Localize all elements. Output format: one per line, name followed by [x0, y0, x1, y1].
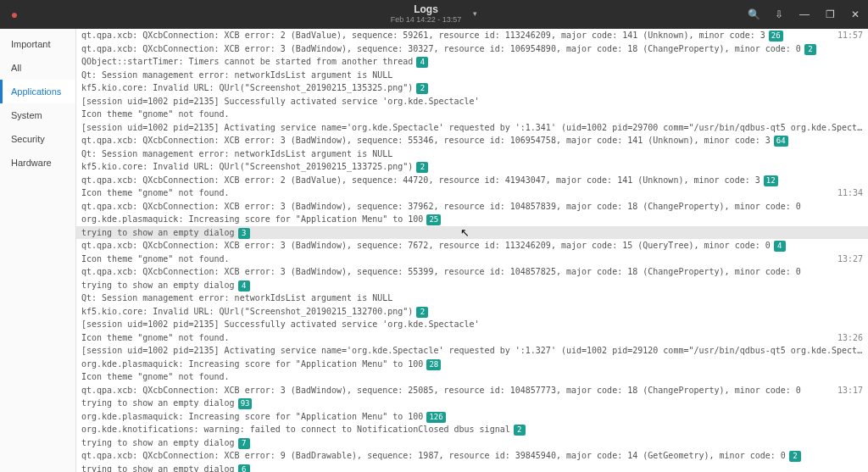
sidebar-item-applications[interactable]: Applications: [0, 80, 75, 103]
count-badge: 93: [238, 398, 253, 409]
log-line[interactable]: trying to show an empty dialog93: [76, 397, 868, 410]
log-line[interactable]: Qt: Session management error: networkIds…: [76, 147, 868, 161]
log-line[interactable]: [session uid=1002 pid=2135] Activating s…: [76, 121, 868, 135]
count-badge: 64: [774, 136, 788, 147]
count-badge: 2: [514, 425, 526, 436]
log-line[interactable]: QObject::startTimer: Timers cannot be st…: [76, 55, 868, 69]
log-line[interactable]: trying to show an empty dialog7: [76, 436, 868, 450]
log-line[interactable]: qt.qpa.xcb: QXcbConnection: XCB error: 3…: [76, 42, 868, 56]
log-line[interactable]: org.kde.plasmaquick: Increasing score fo…: [76, 213, 868, 226]
maximize-button[interactable]: ❐: [817, 0, 843, 29]
sidebar-item-security[interactable]: Security: [0, 127, 75, 151]
log-line[interactable]: qt.qpa.xcb: QXcbConnection: XCB error: 2…: [76, 174, 868, 187]
count-badge: 25: [426, 214, 441, 225]
sidebar-item-system[interactable]: System: [0, 103, 75, 127]
count-badge: 28: [426, 359, 441, 370]
count-badge: 2: [789, 451, 801, 462]
count-badge: 4: [774, 241, 786, 252]
sidebar-item-hardware[interactable]: Hardware: [0, 151, 75, 175]
log-line[interactable]: Icon theme "gnome" not found.: [76, 370, 868, 384]
log-line[interactable]: kf5.kio.core: Invalid URL: QUrl("Screens…: [76, 160, 868, 174]
sidebar-item-important[interactable]: Important: [0, 32, 75, 56]
title-bar: ● Logs Feb 14 14:22 - 13:57 ▾ 🔍 ⇩ — ❐ ✕: [0, 0, 868, 29]
count-badge: 6: [238, 464, 250, 473]
log-line[interactable]: org.kde.plasmaquick: Increasing score fo…: [76, 358, 868, 371]
log-line[interactable]: [session uid=1002 pid=2135] Successfully…: [76, 318, 868, 331]
count-badge: 2: [416, 162, 428, 173]
log-line[interactable]: [session uid=1002 pid=2135] Successfully…: [76, 95, 868, 108]
log-area[interactable]: qt.qpa.xcb: QXcbConnection: XCB error: 2…: [76, 29, 868, 472]
count-badge: 26: [769, 31, 783, 42]
log-line[interactable]: qt.qpa.xcb: QXcbConnection: XCB error: 3…: [76, 384, 868, 397]
title-center[interactable]: Logs Feb 14 14:22 - 13:57 ▾: [391, 4, 478, 24]
log-line[interactable]: org.kde.plasmaquick: Increasing score fo…: [76, 410, 868, 424]
timestamp-label: 13:17: [837, 384, 863, 397]
timestamp-label: 13:27: [837, 253, 863, 266]
log-line[interactable]: Icon theme "gnome" not found.: [76, 253, 868, 266]
save-icon[interactable]: ⇩: [766, 0, 792, 29]
count-badge: 2: [804, 44, 816, 55]
count-badge: 126: [426, 412, 445, 423]
count-badge: 3: [238, 228, 250, 239]
sidebar-item-all[interactable]: All: [0, 56, 75, 80]
log-line[interactable]: [session uid=1002 pid=2135] Activating s…: [76, 344, 868, 358]
count-badge: 2: [416, 83, 428, 94]
log-line[interactable]: trying to show an empty dialog4: [76, 279, 868, 292]
log-line[interactable]: Icon theme "gnome" not found.: [76, 331, 868, 345]
log-line[interactable]: qt.qpa.xcb: QXcbConnection: XCB error: 9…: [76, 449, 868, 463]
log-line[interactable]: qt.qpa.xcb: QXcbConnection: XCB error: 3…: [76, 265, 868, 279]
log-line[interactable]: org.kde.knotifications: warning: failed …: [76, 423, 868, 436]
log-line[interactable]: Qt: Session management error: networkIds…: [76, 69, 868, 82]
timestamp-label: 11:34: [837, 186, 863, 200]
app-icon: ●: [0, 8, 29, 21]
log-line[interactable]: trying to show an empty dialog3: [76, 226, 868, 240]
log-line[interactable]: kf5.kio.core: Invalid URL: QUrl("Screens…: [76, 305, 868, 319]
count-badge: 7: [238, 438, 250, 449]
log-line[interactable]: trying to show an empty dialog6: [76, 463, 868, 473]
timestamp-label: 13:26: [837, 331, 863, 345]
log-line[interactable]: qt.qpa.xcb: QXcbConnection: XCB error: 3…: [76, 200, 868, 214]
log-line[interactable]: Icon theme "gnome" not found.: [76, 108, 868, 121]
count-badge: 2: [416, 307, 428, 318]
window-subtitle: Feb 14 14:22 - 13:57: [391, 16, 462, 25]
timestamp-label: 11:57: [837, 29, 863, 42]
log-line[interactable]: Qt: Session management error: networkIds…: [76, 292, 868, 305]
log-line[interactable]: qt.qpa.xcb: QXcbConnection: XCB error: 3…: [76, 134, 868, 147]
log-line[interactable]: Icon theme "gnome" not found.: [76, 186, 868, 200]
count-badge: 12: [764, 175, 778, 186]
count-badge: 4: [416, 57, 428, 68]
log-line[interactable]: qt.qpa.xcb: QXcbConnection: XCB error: 3…: [76, 239, 868, 253]
close-button[interactable]: ✕: [843, 0, 868, 29]
chevron-down-icon[interactable]: ▾: [473, 10, 477, 19]
log-line[interactable]: qt.qpa.xcb: QXcbConnection: XCB error: 2…: [76, 29, 868, 42]
sidebar: ImportantAllApplicationsSystemSecurityHa…: [0, 29, 76, 472]
search-icon[interactable]: 🔍: [741, 0, 766, 29]
log-line[interactable]: kf5.kio.core: Invalid URL: QUrl("Screens…: [76, 81, 868, 95]
count-badge: 4: [238, 280, 250, 292]
minimize-button[interactable]: —: [792, 0, 817, 29]
